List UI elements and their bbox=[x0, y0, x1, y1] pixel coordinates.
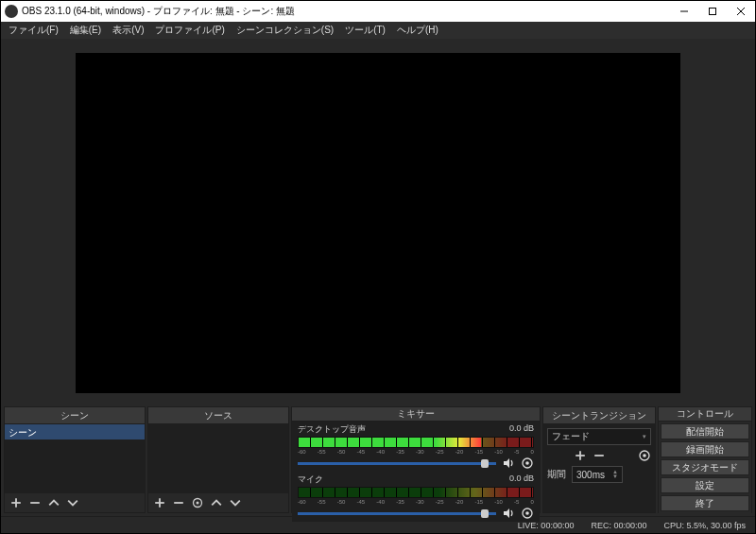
status-live: LIVE: 00:00:00 bbox=[518, 521, 575, 530]
status-cpu: CPU: 5.5%, 30.00 fps bbox=[663, 521, 746, 530]
sources-header: ソース bbox=[148, 407, 288, 424]
mixer-track-name: デスクトップ音声 bbox=[298, 423, 366, 436]
scenes-list[interactable]: シーン bbox=[5, 424, 145, 493]
remove-scene-button[interactable] bbox=[29, 497, 41, 508]
volume-slider[interactable] bbox=[298, 512, 496, 515]
gear-icon[interactable] bbox=[521, 507, 534, 520]
mixer-panel: ミキサー デスクトップ音声 0.0 dB -60-55-50-45-40-35-… bbox=[291, 406, 541, 513]
svg-marker-12 bbox=[504, 458, 509, 468]
titlebar-text: OBS 23.1.0 (64-bit, windows) - プロファイル: 無… bbox=[22, 5, 670, 18]
studio-mode-button[interactable]: スタジオモード bbox=[661, 459, 749, 475]
speaker-icon[interactable] bbox=[502, 507, 515, 520]
svg-rect-1 bbox=[710, 9, 716, 15]
transitions-body: フェード ▾ 期間 300ms ▲▼ bbox=[543, 424, 655, 512]
exit-button[interactable]: 終了 bbox=[661, 495, 749, 511]
mixer-track-desktop: デスクトップ音声 0.0 dB -60-55-50-45-40-35-30-25… bbox=[292, 422, 540, 472]
source-up-button[interactable] bbox=[211, 497, 222, 508]
duration-value: 300ms bbox=[576, 470, 605, 480]
sources-list[interactable] bbox=[148, 424, 288, 493]
svg-point-22 bbox=[643, 454, 646, 457]
duration-label: 期間 bbox=[547, 468, 566, 481]
sources-panel: ソース bbox=[147, 406, 289, 513]
remove-transition-button[interactable] bbox=[593, 450, 605, 461]
svg-marker-15 bbox=[504, 508, 509, 518]
svg-point-14 bbox=[525, 461, 529, 465]
duration-input[interactable]: 300ms ▲▼ bbox=[572, 466, 623, 483]
scenes-toolbar bbox=[5, 493, 145, 512]
status-rec: REC: 00:00:00 bbox=[591, 521, 646, 530]
mixer-header: ミキサー bbox=[292, 407, 540, 422]
add-source-button[interactable] bbox=[154, 497, 165, 508]
titlebar: OBS 23.1.0 (64-bit, windows) - プロファイル: 無… bbox=[1, 1, 755, 22]
add-transition-button[interactable] bbox=[575, 450, 586, 461]
preview-canvas[interactable] bbox=[76, 53, 680, 393]
controls-panel: コントロール 配信開始 録画開始 スタジオモード 設定 終了 bbox=[658, 406, 752, 513]
transition-selected: フェード bbox=[552, 430, 590, 443]
start-streaming-button[interactable]: 配信開始 bbox=[661, 423, 749, 439]
sources-toolbar bbox=[148, 493, 288, 512]
start-recording-button[interactable]: 録画開始 bbox=[661, 441, 749, 457]
scenes-header: シーン bbox=[5, 407, 145, 424]
scenes-panel: シーン シーン bbox=[4, 406, 146, 513]
menu-help[interactable]: ヘルプ(H) bbox=[391, 24, 444, 37]
controls-body: 配信開始 録画開始 スタジオモード 設定 終了 bbox=[659, 422, 751, 513]
close-button[interactable] bbox=[727, 1, 755, 22]
vu-scale: -60-55-50-45-40-35-30-25-20-15-10-50 bbox=[298, 499, 534, 505]
mixer-body: デスクトップ音声 0.0 dB -60-55-50-45-40-35-30-25… bbox=[292, 422, 540, 522]
menu-tools[interactable]: ツール(T) bbox=[339, 24, 391, 37]
controls-header: コントロール bbox=[659, 407, 751, 422]
spinner-arrows[interactable]: ▲▼ bbox=[612, 470, 618, 479]
add-scene-button[interactable] bbox=[10, 497, 22, 508]
speaker-icon[interactable] bbox=[502, 456, 515, 470]
chevron-down-icon: ▾ bbox=[643, 433, 646, 440]
scene-down-button[interactable] bbox=[67, 497, 78, 508]
svg-point-17 bbox=[525, 511, 529, 515]
maximize-button[interactable] bbox=[698, 1, 727, 22]
app-window: OBS 23.1.0 (64-bit, windows) - プロファイル: 無… bbox=[0, 0, 756, 534]
transitions-header: シーントランジション bbox=[543, 407, 655, 424]
menu-edit[interactable]: 編集(E) bbox=[64, 24, 107, 37]
preview-area bbox=[1, 39, 755, 406]
panels-row: シーン シーン ソース ミキサー bbox=[1, 406, 755, 516]
window-buttons bbox=[670, 1, 755, 22]
remove-source-button[interactable] bbox=[173, 497, 184, 508]
svg-point-11 bbox=[197, 502, 199, 505]
menu-scene-collection[interactable]: シーンコレクション(S) bbox=[231, 24, 339, 37]
mixer-track-name: マイク bbox=[298, 474, 323, 486]
vu-meter bbox=[298, 487, 534, 498]
vu-scale: -60-55-50-45-40-35-30-25-20-15-10-50 bbox=[298, 449, 534, 455]
gear-icon[interactable] bbox=[521, 456, 534, 470]
source-down-button[interactable] bbox=[230, 497, 241, 508]
settings-button[interactable]: 設定 bbox=[661, 477, 749, 493]
menu-view[interactable]: 表示(V) bbox=[107, 24, 149, 37]
scene-up-button[interactable] bbox=[48, 497, 60, 508]
menu-file[interactable]: ファイル(F) bbox=[3, 24, 64, 37]
transitions-panel: シーントランジション フェード ▾ 期間 300ms bbox=[542, 406, 656, 513]
scene-item[interactable]: シーン bbox=[5, 424, 145, 439]
menu-profile[interactable]: プロファイル(P) bbox=[149, 24, 230, 37]
volume-slider[interactable] bbox=[298, 462, 496, 465]
vu-meter bbox=[298, 437, 534, 448]
minimize-button[interactable] bbox=[670, 1, 698, 22]
gear-icon[interactable] bbox=[638, 449, 651, 462]
menubar: ファイル(F) 編集(E) 表示(V) プロファイル(P) シーンコレクション(… bbox=[1, 22, 755, 39]
source-properties-button[interactable] bbox=[192, 497, 203, 508]
app-icon bbox=[5, 5, 18, 18]
mixer-track-mic: マイク 0.0 dB -60-55-50-45-40-35-30-25-20-1… bbox=[292, 472, 540, 522]
transition-select[interactable]: フェード ▾ bbox=[547, 428, 651, 445]
mixer-track-db: 0.0 dB bbox=[509, 474, 534, 486]
mixer-track-db: 0.0 dB bbox=[509, 423, 534, 436]
